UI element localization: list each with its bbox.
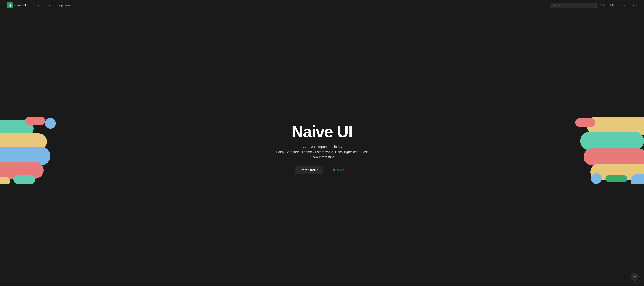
hero-title: Naive UI [276, 122, 368, 141]
hero-buttons: Change Theme Get Started [276, 166, 368, 174]
svg-rect-3 [0, 133, 47, 150]
svg-rect-8 [0, 177, 10, 184]
svg-rect-2 [0, 120, 34, 137]
svg-rect-5 [0, 162, 44, 179]
svg-rect-12 [584, 148, 644, 165]
hero-shapes-right [570, 113, 644, 184]
navbar: N Naive UI Home Docs Components 中文 Light… [0, 0, 644, 11]
nav-search [550, 2, 596, 8]
nav-links: Home Docs Components [33, 4, 546, 7]
floating-action-button[interactable]: ✦ [630, 273, 639, 281]
hero-content: Naive UI A Vue 3 Component Library Fairl… [276, 122, 368, 174]
svg-rect-7 [14, 175, 35, 184]
svg-rect-16 [606, 175, 627, 182]
nav-link-docs[interactable]: Docs [45, 4, 50, 7]
get-started-button[interactable]: Get Started [326, 166, 349, 174]
svg-rect-17 [630, 174, 644, 184]
change-theme-button[interactable]: Change Theme [295, 166, 323, 174]
nav-theme-toggle[interactable]: Light [609, 4, 614, 7]
hero-subtitle: A Vue 3 Component Library [276, 145, 368, 149]
hero-shapes-left [0, 113, 74, 184]
svg-rect-13 [590, 164, 644, 180]
svg-rect-6 [25, 117, 45, 125]
nav-logo-text: Naive UI [14, 3, 26, 7]
wand-icon: ✦ [634, 275, 636, 279]
svg-rect-11 [580, 132, 644, 150]
hero-section: Naive UI A Vue 3 Component Library Fairl… [0, 11, 644, 286]
svg-point-15 [591, 173, 602, 184]
svg-rect-10 [587, 117, 644, 135]
svg-rect-4 [0, 147, 50, 165]
hero-tagline: Kinda Interesting [276, 155, 368, 159]
nav-link-home[interactable]: Home [33, 4, 40, 7]
nav-github-link[interactable]: GitHub [618, 4, 626, 7]
svg-text:N: N [8, 3, 11, 7]
search-input[interactable] [550, 2, 596, 8]
svg-point-9 [45, 118, 56, 129]
nav-link-components[interactable]: Components [56, 4, 70, 7]
svg-rect-14 [575, 118, 595, 127]
nav-logo-icon: N [7, 2, 13, 8]
nav-lang-switch[interactable]: 中文 [600, 4, 605, 7]
nav-version: 2.38.2 [630, 4, 637, 7]
nav-right: 中文 Light GitHub 2.38.2 [600, 4, 637, 7]
hero-description: Fairly Complete, Theme Customizable, Use… [276, 150, 368, 154]
nav-logo[interactable]: N Naive UI [7, 2, 26, 8]
